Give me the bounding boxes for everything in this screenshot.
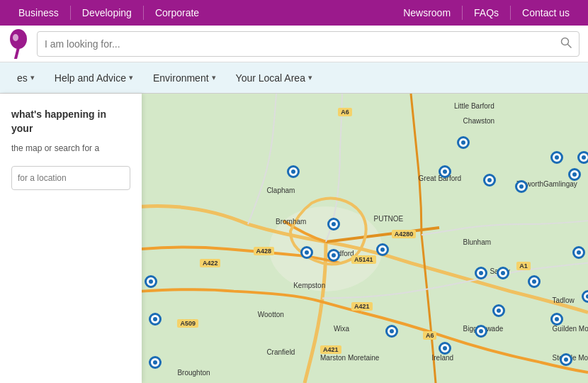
pin-10[interactable] xyxy=(300,246,313,259)
map-container[interactable]: Little BarfordChawstonTetworthGamlingayG… xyxy=(142,94,588,383)
pin-24[interactable] xyxy=(149,313,162,326)
svg-point-0 xyxy=(10,29,27,49)
pin-2[interactable] xyxy=(439,165,451,178)
sec-nav-help[interactable]: Help and Advice ▾ xyxy=(45,62,143,94)
sec-nav-local-area-label: Your Local Area xyxy=(236,72,305,84)
pin-25[interactable] xyxy=(145,275,157,288)
map-roads xyxy=(142,94,588,383)
pin-9[interactable] xyxy=(327,218,340,231)
nav-contact[interactable]: Contact us xyxy=(511,0,581,26)
sec-nav-environment-label: Environment xyxy=(153,72,209,84)
pin-16[interactable] xyxy=(492,304,505,317)
sidebar-panel: what's happening in your the map or sear… xyxy=(0,94,142,383)
search-icon xyxy=(560,37,572,48)
pin-4[interactable] xyxy=(483,174,496,187)
location-search-input[interactable] xyxy=(12,173,130,183)
pin-5[interactable] xyxy=(515,180,528,193)
sec-nav-local-area[interactable]: Your Local Area ▾ xyxy=(226,62,322,94)
pin-6[interactable] xyxy=(550,151,563,164)
svg-line-3 xyxy=(568,44,572,48)
sec-nav-es-label: es xyxy=(17,72,28,84)
pin-13[interactable] xyxy=(475,267,487,279)
nav-developing[interactable]: Developing xyxy=(71,0,143,26)
sec-nav-environment[interactable]: Environment ▾ xyxy=(143,62,226,94)
search-input-wrapper xyxy=(37,31,579,57)
pin-1[interactable] xyxy=(287,165,300,178)
nav-business[interactable]: Business xyxy=(7,0,70,26)
pin-20[interactable] xyxy=(572,246,585,259)
pin-7[interactable] xyxy=(568,168,581,181)
location-search xyxy=(11,166,130,190)
search-button[interactable] xyxy=(560,37,572,51)
pin-22[interactable] xyxy=(560,353,572,366)
nav-newsroom[interactable]: Newsroom xyxy=(392,0,462,26)
nav-faqs[interactable]: FAQs xyxy=(463,0,510,26)
chevron-down-icon: ▾ xyxy=(308,73,312,82)
nav-corporate[interactable]: Corporate xyxy=(144,0,210,26)
pin-17[interactable] xyxy=(475,325,487,338)
pin-18[interactable] xyxy=(550,313,563,326)
search-bar xyxy=(0,26,588,62)
logo xyxy=(9,29,28,59)
secondary-navigation: es ▾ Help and Advice ▾ Environment ▾ You… xyxy=(0,62,588,94)
sidebar-description: the map or search for a xyxy=(11,143,130,155)
pin-11[interactable] xyxy=(327,249,340,262)
pin-12[interactable] xyxy=(376,243,389,256)
pin-23[interactable] xyxy=(149,356,162,369)
chevron-down-icon: ▾ xyxy=(212,73,216,82)
main-content: what's happening in your the map or sear… xyxy=(0,94,588,383)
sec-nav-es[interactable]: es ▾ xyxy=(7,62,45,94)
sidebar-title: what's happening in your xyxy=(11,108,130,135)
svg-point-1 xyxy=(13,34,18,41)
search-icon xyxy=(130,173,130,183)
pin-19[interactable] xyxy=(439,342,451,355)
sec-nav-help-label: Help and Advice xyxy=(55,72,126,84)
logo-icon xyxy=(9,29,28,59)
top-navigation: Business Developing Corporate Newsroom F… xyxy=(0,0,588,26)
pin-15[interactable] xyxy=(528,275,541,288)
location-search-button[interactable] xyxy=(130,166,130,190)
chevron-down-icon: ▾ xyxy=(129,73,133,82)
pin-26[interactable] xyxy=(385,325,398,338)
search-input[interactable] xyxy=(45,38,560,50)
pin-8[interactable] xyxy=(577,151,588,164)
pin-14[interactable] xyxy=(497,267,509,279)
chevron-down-icon: ▾ xyxy=(30,73,35,82)
pin-3[interactable] xyxy=(457,136,470,149)
